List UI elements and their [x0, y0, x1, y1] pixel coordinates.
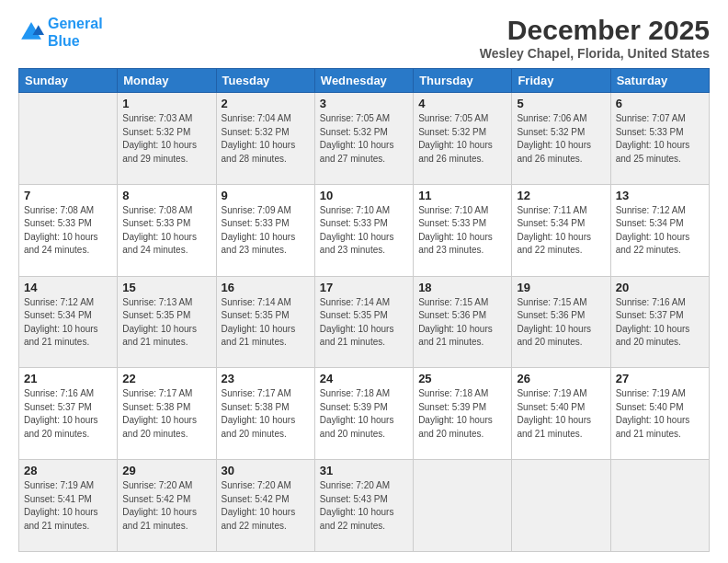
day-info: Sunrise: 7:14 AM Sunset: 5:35 PM Dayligh… — [222, 296, 310, 350]
col-tuesday: Tuesday — [216, 69, 314, 93]
table-row: 6Sunrise: 7:07 AM Sunset: 5:33 PM Daylig… — [610, 93, 709, 185]
day-number: 18 — [418, 281, 506, 294]
table-row: 24Sunrise: 7:18 AM Sunset: 5:39 PM Dayli… — [314, 368, 413, 460]
col-friday: Friday — [512, 69, 610, 93]
day-number: 28 — [24, 464, 112, 477]
month-title: December 2025 — [480, 15, 710, 46]
title-block: December 2025 Wesley Chapel, Florida, Un… — [480, 15, 710, 61]
day-info: Sunrise: 7:04 AM Sunset: 5:32 PM Dayligh… — [222, 112, 310, 166]
calendar-week-row: 1Sunrise: 7:03 AM Sunset: 5:32 PM Daylig… — [19, 93, 710, 185]
table-row: 26Sunrise: 7:19 AM Sunset: 5:40 PM Dayli… — [512, 368, 610, 460]
day-info: Sunrise: 7:19 AM Sunset: 5:40 PM Dayligh… — [616, 387, 704, 441]
table-row: 15Sunrise: 7:13 AM Sunset: 5:35 PM Dayli… — [118, 276, 216, 368]
table-row: 7Sunrise: 7:08 AM Sunset: 5:33 PM Daylig… — [19, 184, 118, 276]
page: General Blue December 2025 Wesley Chapel… — [0, 0, 728, 563]
table-row: 17Sunrise: 7:14 AM Sunset: 5:35 PM Dayli… — [314, 276, 413, 368]
day-number: 2 — [222, 97, 310, 110]
table-row: 22Sunrise: 7:17 AM Sunset: 5:38 PM Dayli… — [118, 368, 216, 460]
day-info: Sunrise: 7:10 AM Sunset: 5:33 PM Dayligh… — [418, 204, 506, 258]
day-info: Sunrise: 7:05 AM Sunset: 5:32 PM Dayligh… — [418, 112, 506, 166]
day-number: 19 — [517, 281, 605, 294]
table-row: 8Sunrise: 7:08 AM Sunset: 5:33 PM Daylig… — [118, 184, 216, 276]
day-info: Sunrise: 7:18 AM Sunset: 5:39 PM Dayligh… — [320, 387, 408, 441]
table-row: 23Sunrise: 7:17 AM Sunset: 5:38 PM Dayli… — [216, 368, 314, 460]
col-sunday: Sunday — [19, 69, 118, 93]
day-number: 10 — [320, 189, 408, 202]
table-row — [610, 460, 709, 552]
table-row: 16Sunrise: 7:14 AM Sunset: 5:35 PM Dayli… — [216, 276, 314, 368]
table-row — [512, 460, 610, 552]
table-row: 10Sunrise: 7:10 AM Sunset: 5:33 PM Dayli… — [314, 184, 413, 276]
day-info: Sunrise: 7:16 AM Sunset: 5:37 PM Dayligh… — [616, 296, 704, 350]
day-info: Sunrise: 7:15 AM Sunset: 5:36 PM Dayligh… — [517, 296, 605, 350]
day-info: Sunrise: 7:19 AM Sunset: 5:41 PM Dayligh… — [24, 479, 112, 533]
day-number: 4 — [418, 97, 506, 110]
calendar-week-row: 7Sunrise: 7:08 AM Sunset: 5:33 PM Daylig… — [19, 184, 710, 276]
day-info: Sunrise: 7:19 AM Sunset: 5:40 PM Dayligh… — [517, 387, 605, 441]
logo-text: General Blue — [48, 15, 103, 50]
day-number: 16 — [222, 281, 310, 294]
day-info: Sunrise: 7:08 AM Sunset: 5:33 PM Dayligh… — [122, 204, 210, 258]
table-row: 1Sunrise: 7:03 AM Sunset: 5:32 PM Daylig… — [118, 93, 216, 185]
day-info: Sunrise: 7:20 AM Sunset: 5:43 PM Dayligh… — [320, 479, 408, 533]
col-monday: Monday — [118, 69, 216, 93]
table-row: 14Sunrise: 7:12 AM Sunset: 5:34 PM Dayli… — [19, 276, 118, 368]
day-info: Sunrise: 7:16 AM Sunset: 5:37 PM Dayligh… — [24, 387, 112, 441]
logo: General Blue — [18, 15, 103, 50]
day-info: Sunrise: 7:12 AM Sunset: 5:34 PM Dayligh… — [24, 296, 112, 350]
col-thursday: Thursday — [414, 69, 512, 93]
day-number: 3 — [320, 97, 408, 110]
table-row: 4Sunrise: 7:05 AM Sunset: 5:32 PM Daylig… — [414, 93, 512, 185]
table-row: 25Sunrise: 7:18 AM Sunset: 5:39 PM Dayli… — [414, 368, 512, 460]
day-info: Sunrise: 7:08 AM Sunset: 5:33 PM Dayligh… — [24, 204, 112, 258]
day-info: Sunrise: 7:17 AM Sunset: 5:38 PM Dayligh… — [122, 387, 210, 441]
day-number: 15 — [122, 281, 210, 294]
day-info: Sunrise: 7:05 AM Sunset: 5:32 PM Dayligh… — [320, 112, 408, 166]
day-number: 30 — [222, 464, 310, 477]
day-info: Sunrise: 7:20 AM Sunset: 5:42 PM Dayligh… — [222, 479, 310, 533]
day-info: Sunrise: 7:03 AM Sunset: 5:32 PM Dayligh… — [122, 112, 210, 166]
day-info: Sunrise: 7:09 AM Sunset: 5:33 PM Dayligh… — [222, 204, 310, 258]
day-info: Sunrise: 7:18 AM Sunset: 5:39 PM Dayligh… — [418, 387, 506, 441]
table-row: 31Sunrise: 7:20 AM Sunset: 5:43 PM Dayli… — [314, 460, 413, 552]
table-row: 3Sunrise: 7:05 AM Sunset: 5:32 PM Daylig… — [314, 93, 413, 185]
header: General Blue December 2025 Wesley Chapel… — [18, 15, 710, 61]
table-row — [19, 93, 118, 185]
day-number: 6 — [616, 97, 704, 110]
day-number: 27 — [616, 372, 704, 385]
day-info: Sunrise: 7:13 AM Sunset: 5:35 PM Dayligh… — [122, 296, 210, 350]
day-number: 17 — [320, 281, 408, 294]
day-number: 31 — [320, 464, 408, 477]
table-row: 20Sunrise: 7:16 AM Sunset: 5:37 PM Dayli… — [610, 276, 709, 368]
table-row: 2Sunrise: 7:04 AM Sunset: 5:32 PM Daylig… — [216, 93, 314, 185]
day-number: 20 — [616, 281, 704, 294]
table-row: 18Sunrise: 7:15 AM Sunset: 5:36 PM Dayli… — [414, 276, 512, 368]
day-info: Sunrise: 7:20 AM Sunset: 5:42 PM Dayligh… — [122, 479, 210, 533]
calendar-week-row: 21Sunrise: 7:16 AM Sunset: 5:37 PM Dayli… — [19, 368, 710, 460]
table-row: 19Sunrise: 7:15 AM Sunset: 5:36 PM Dayli… — [512, 276, 610, 368]
table-row: 12Sunrise: 7:11 AM Sunset: 5:34 PM Dayli… — [512, 184, 610, 276]
day-info: Sunrise: 7:12 AM Sunset: 5:34 PM Dayligh… — [616, 204, 704, 258]
day-number: 5 — [517, 97, 605, 110]
day-number: 29 — [122, 464, 210, 477]
day-info: Sunrise: 7:15 AM Sunset: 5:36 PM Dayligh… — [418, 296, 506, 350]
day-info: Sunrise: 7:17 AM Sunset: 5:38 PM Dayligh… — [222, 387, 310, 441]
day-number: 11 — [418, 189, 506, 202]
calendar-table: Sunday Monday Tuesday Wednesday Thursday… — [18, 68, 710, 552]
calendar-week-row: 28Sunrise: 7:19 AM Sunset: 5:41 PM Dayli… — [19, 460, 710, 552]
table-row: 13Sunrise: 7:12 AM Sunset: 5:34 PM Dayli… — [610, 184, 709, 276]
location: Wesley Chapel, Florida, United States — [480, 46, 710, 61]
day-number: 13 — [616, 189, 704, 202]
day-number: 14 — [24, 281, 112, 294]
table-row: 28Sunrise: 7:19 AM Sunset: 5:41 PM Dayli… — [19, 460, 118, 552]
day-number: 9 — [222, 189, 310, 202]
table-row: 30Sunrise: 7:20 AM Sunset: 5:42 PM Dayli… — [216, 460, 314, 552]
day-info: Sunrise: 7:14 AM Sunset: 5:35 PM Dayligh… — [320, 296, 408, 350]
table-row: 9Sunrise: 7:09 AM Sunset: 5:33 PM Daylig… — [216, 184, 314, 276]
day-number: 12 — [517, 189, 605, 202]
table-row: 21Sunrise: 7:16 AM Sunset: 5:37 PM Dayli… — [19, 368, 118, 460]
day-number: 8 — [122, 189, 210, 202]
day-info: Sunrise: 7:06 AM Sunset: 5:32 PM Dayligh… — [517, 112, 605, 166]
logo-icon — [18, 19, 44, 45]
table-row: 11Sunrise: 7:10 AM Sunset: 5:33 PM Dayli… — [414, 184, 512, 276]
